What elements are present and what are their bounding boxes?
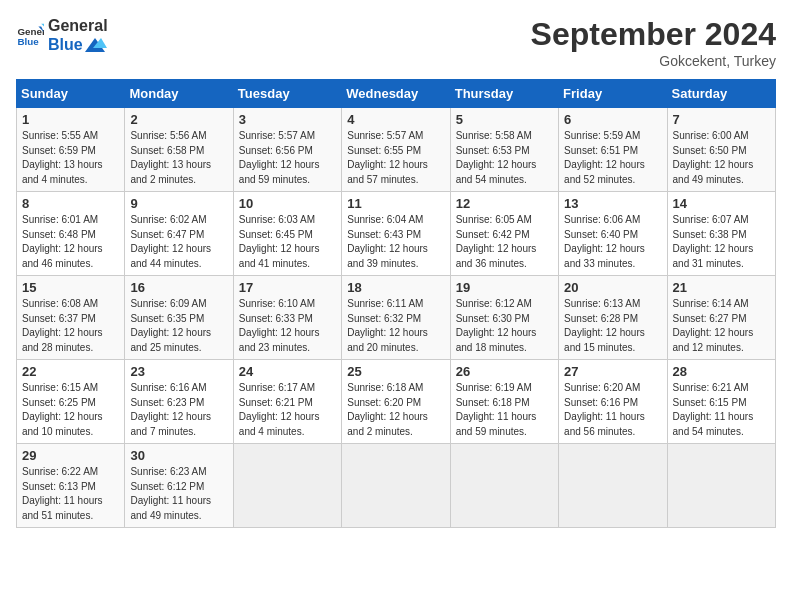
calendar-cell: 14Sunrise: 6:07 AM Sunset: 6:38 PM Dayli… <box>667 192 775 276</box>
day-info: Sunrise: 6:17 AM Sunset: 6:21 PM Dayligh… <box>239 381 336 439</box>
calendar-cell: 30Sunrise: 6:23 AM Sunset: 6:12 PM Dayli… <box>125 444 233 528</box>
calendar-cell: 3Sunrise: 5:57 AM Sunset: 6:56 PM Daylig… <box>233 108 341 192</box>
day-number: 8 <box>22 196 119 211</box>
weekday-header-sunday: Sunday <box>17 80 125 108</box>
location: Gokcekent, Turkey <box>531 53 776 69</box>
day-number: 26 <box>456 364 553 379</box>
calendar-cell: 19Sunrise: 6:12 AM Sunset: 6:30 PM Dayli… <box>450 276 558 360</box>
calendar-cell: 20Sunrise: 6:13 AM Sunset: 6:28 PM Dayli… <box>559 276 667 360</box>
day-number: 24 <box>239 364 336 379</box>
day-number: 13 <box>564 196 661 211</box>
day-info: Sunrise: 5:56 AM Sunset: 6:58 PM Dayligh… <box>130 129 227 187</box>
day-number: 25 <box>347 364 444 379</box>
day-number: 5 <box>456 112 553 127</box>
day-info: Sunrise: 6:12 AM Sunset: 6:30 PM Dayligh… <box>456 297 553 355</box>
day-info: Sunrise: 6:23 AM Sunset: 6:12 PM Dayligh… <box>130 465 227 523</box>
day-number: 10 <box>239 196 336 211</box>
calendar-cell: 23Sunrise: 6:16 AM Sunset: 6:23 PM Dayli… <box>125 360 233 444</box>
day-number: 30 <box>130 448 227 463</box>
logo-general: General <box>48 16 108 35</box>
calendar-cell <box>233 444 341 528</box>
calendar-cell <box>342 444 450 528</box>
day-number: 16 <box>130 280 227 295</box>
calendar-cell: 12Sunrise: 6:05 AM Sunset: 6:42 PM Dayli… <box>450 192 558 276</box>
calendar-cell: 13Sunrise: 6:06 AM Sunset: 6:40 PM Dayli… <box>559 192 667 276</box>
day-info: Sunrise: 6:19 AM Sunset: 6:18 PM Dayligh… <box>456 381 553 439</box>
calendar-cell: 17Sunrise: 6:10 AM Sunset: 6:33 PM Dayli… <box>233 276 341 360</box>
calendar-week-5: 29Sunrise: 6:22 AM Sunset: 6:13 PM Dayli… <box>17 444 776 528</box>
title-block: September 2024 Gokcekent, Turkey <box>531 16 776 69</box>
calendar-week-4: 22Sunrise: 6:15 AM Sunset: 6:25 PM Dayli… <box>17 360 776 444</box>
day-number: 22 <box>22 364 119 379</box>
weekday-header-tuesday: Tuesday <box>233 80 341 108</box>
calendar-cell: 22Sunrise: 6:15 AM Sunset: 6:25 PM Dayli… <box>17 360 125 444</box>
calendar-cell <box>450 444 558 528</box>
calendar-week-2: 8Sunrise: 6:01 AM Sunset: 6:48 PM Daylig… <box>17 192 776 276</box>
day-number: 12 <box>456 196 553 211</box>
calendar-table: SundayMondayTuesdayWednesdayThursdayFrid… <box>16 79 776 528</box>
calendar-cell: 8Sunrise: 6:01 AM Sunset: 6:48 PM Daylig… <box>17 192 125 276</box>
day-info: Sunrise: 6:06 AM Sunset: 6:40 PM Dayligh… <box>564 213 661 271</box>
day-info: Sunrise: 6:11 AM Sunset: 6:32 PM Dayligh… <box>347 297 444 355</box>
month-title: September 2024 <box>531 16 776 53</box>
day-info: Sunrise: 6:22 AM Sunset: 6:13 PM Dayligh… <box>22 465 119 523</box>
day-info: Sunrise: 6:07 AM Sunset: 6:38 PM Dayligh… <box>673 213 770 271</box>
day-info: Sunrise: 6:15 AM Sunset: 6:25 PM Dayligh… <box>22 381 119 439</box>
calendar-cell: 27Sunrise: 6:20 AM Sunset: 6:16 PM Dayli… <box>559 360 667 444</box>
day-info: Sunrise: 6:20 AM Sunset: 6:16 PM Dayligh… <box>564 381 661 439</box>
calendar-cell: 5Sunrise: 5:58 AM Sunset: 6:53 PM Daylig… <box>450 108 558 192</box>
calendar-cell: 15Sunrise: 6:08 AM Sunset: 6:37 PM Dayli… <box>17 276 125 360</box>
day-number: 9 <box>130 196 227 211</box>
day-info: Sunrise: 6:13 AM Sunset: 6:28 PM Dayligh… <box>564 297 661 355</box>
logo-icon: General Blue <box>16 21 44 49</box>
day-info: Sunrise: 6:16 AM Sunset: 6:23 PM Dayligh… <box>130 381 227 439</box>
calendar-cell: 4Sunrise: 5:57 AM Sunset: 6:55 PM Daylig… <box>342 108 450 192</box>
day-number: 28 <box>673 364 770 379</box>
day-number: 29 <box>22 448 119 463</box>
day-number: 18 <box>347 280 444 295</box>
svg-text:Blue: Blue <box>17 36 39 47</box>
weekday-header-thursday: Thursday <box>450 80 558 108</box>
day-number: 20 <box>564 280 661 295</box>
calendar-cell: 18Sunrise: 6:11 AM Sunset: 6:32 PM Dayli… <box>342 276 450 360</box>
day-number: 14 <box>673 196 770 211</box>
day-info: Sunrise: 6:02 AM Sunset: 6:47 PM Dayligh… <box>130 213 227 271</box>
day-info: Sunrise: 6:03 AM Sunset: 6:45 PM Dayligh… <box>239 213 336 271</box>
day-number: 4 <box>347 112 444 127</box>
day-number: 2 <box>130 112 227 127</box>
calendar-cell: 7Sunrise: 6:00 AM Sunset: 6:50 PM Daylig… <box>667 108 775 192</box>
day-number: 17 <box>239 280 336 295</box>
calendar-week-1: 1Sunrise: 5:55 AM Sunset: 6:59 PM Daylig… <box>17 108 776 192</box>
day-info: Sunrise: 6:00 AM Sunset: 6:50 PM Dayligh… <box>673 129 770 187</box>
day-info: Sunrise: 6:01 AM Sunset: 6:48 PM Dayligh… <box>22 213 119 271</box>
day-info: Sunrise: 5:58 AM Sunset: 6:53 PM Dayligh… <box>456 129 553 187</box>
logo-blue: Blue <box>48 35 108 54</box>
day-info: Sunrise: 5:55 AM Sunset: 6:59 PM Dayligh… <box>22 129 119 187</box>
calendar-cell: 29Sunrise: 6:22 AM Sunset: 6:13 PM Dayli… <box>17 444 125 528</box>
calendar-cell <box>667 444 775 528</box>
calendar-cell: 26Sunrise: 6:19 AM Sunset: 6:18 PM Dayli… <box>450 360 558 444</box>
day-number: 11 <box>347 196 444 211</box>
day-number: 21 <box>673 280 770 295</box>
day-number: 15 <box>22 280 119 295</box>
day-number: 27 <box>564 364 661 379</box>
day-info: Sunrise: 5:59 AM Sunset: 6:51 PM Dayligh… <box>564 129 661 187</box>
logo: General Blue General Blue <box>16 16 108 54</box>
weekday-header-saturday: Saturday <box>667 80 775 108</box>
day-info: Sunrise: 6:10 AM Sunset: 6:33 PM Dayligh… <box>239 297 336 355</box>
calendar-cell: 11Sunrise: 6:04 AM Sunset: 6:43 PM Dayli… <box>342 192 450 276</box>
day-info: Sunrise: 6:14 AM Sunset: 6:27 PM Dayligh… <box>673 297 770 355</box>
day-info: Sunrise: 6:05 AM Sunset: 6:42 PM Dayligh… <box>456 213 553 271</box>
weekday-header-monday: Monday <box>125 80 233 108</box>
day-number: 7 <box>673 112 770 127</box>
day-info: Sunrise: 6:21 AM Sunset: 6:15 PM Dayligh… <box>673 381 770 439</box>
weekday-header-row: SundayMondayTuesdayWednesdayThursdayFrid… <box>17 80 776 108</box>
weekday-header-friday: Friday <box>559 80 667 108</box>
calendar-cell: 2Sunrise: 5:56 AM Sunset: 6:58 PM Daylig… <box>125 108 233 192</box>
day-number: 1 <box>22 112 119 127</box>
day-info: Sunrise: 6:08 AM Sunset: 6:37 PM Dayligh… <box>22 297 119 355</box>
day-number: 23 <box>130 364 227 379</box>
day-info: Sunrise: 5:57 AM Sunset: 6:56 PM Dayligh… <box>239 129 336 187</box>
day-number: 6 <box>564 112 661 127</box>
day-number: 3 <box>239 112 336 127</box>
